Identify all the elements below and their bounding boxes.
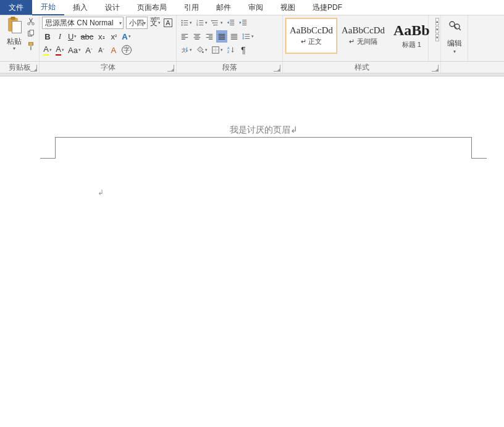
- copy-button[interactable]: [26, 29, 36, 39]
- header-rule: [55, 137, 472, 138]
- group-font: 思源黑体 CN Normal▾ 小四▾ wén文▾ A B I U▾ abc x…: [40, 15, 177, 61]
- paste-button[interactable]: 粘贴 ▾: [4, 17, 25, 51]
- paste-dropdown-icon[interactable]: ▾: [13, 46, 15, 51]
- phonetic-guide-button[interactable]: wén文▾: [149, 17, 161, 29]
- svg-rect-5: [30, 45, 32, 47]
- font-name-combo[interactable]: 思源黑体 CN Normal▾: [42, 17, 124, 29]
- clipboard-launcher[interactable]: [30, 65, 37, 72]
- header-corner-right: [471, 137, 487, 159]
- styles-launcher[interactable]: [432, 65, 439, 72]
- clear-formatting-button[interactable]: A: [108, 44, 119, 56]
- svg-point-21: [450, 22, 455, 27]
- tab-review[interactable]: 审阅: [240, 0, 272, 15]
- paragraph-mark: ↲: [98, 188, 104, 197]
- subscript-button[interactable]: x₂: [96, 30, 107, 43]
- text-direction-button[interactable]: 文▾: [179, 44, 193, 56]
- tab-insert[interactable]: 插入: [64, 0, 96, 15]
- numbering-button[interactable]: 123▾: [195, 17, 209, 29]
- svg-point-15: [214, 25, 215, 26]
- increase-indent-button[interactable]: [238, 17, 249, 29]
- borders-button[interactable]: ▾: [210, 44, 224, 56]
- tab-strip: 文件 开始 插入 设计 页面布局 引用 邮件 审阅 视图 迅捷PDF: [0, 0, 504, 15]
- align-left-button[interactable]: [179, 30, 190, 43]
- bullets-button[interactable]: ▾: [179, 17, 193, 29]
- svg-rect-3: [30, 30, 33, 35]
- style-heading1-label: 标题 1: [402, 40, 421, 49]
- svg-point-17: [202, 51, 204, 53]
- svg-rect-6: [30, 47, 32, 50]
- shading-button[interactable]: ▾: [195, 44, 209, 56]
- label-font: 字体: [40, 62, 177, 73]
- group-paragraph: ▾ 123▾ ▾ ▾ 文▾ ▾ ▾ AZ ¶: [177, 15, 283, 61]
- enclose-char-button[interactable]: 字: [120, 44, 133, 56]
- font-size-combo[interactable]: 小四▾: [126, 17, 148, 29]
- label-styles: 样式: [283, 62, 441, 73]
- group-spacer: [429, 15, 441, 61]
- text-effects-button[interactable]: A▾: [120, 30, 132, 43]
- svg-text:A: A: [227, 46, 230, 50]
- svg-point-7: [182, 20, 183, 21]
- show-marks-button[interactable]: ¶: [238, 44, 249, 56]
- group-editing: 编辑 ▾: [441, 15, 468, 61]
- svg-point-1: [32, 23, 34, 25]
- style-no-spacing-preview: AaBbCcDd: [342, 25, 385, 36]
- page-header[interactable]: 我是讨厌的页眉↲: [40, 137, 487, 158]
- tab-file[interactable]: 文件: [0, 0, 32, 15]
- svg-point-0: [27, 23, 30, 25]
- chevron-down-icon: ▾: [143, 20, 146, 26]
- tab-pdf[interactable]: 迅捷PDF: [304, 0, 351, 15]
- svg-text:3: 3: [196, 23, 198, 27]
- font-name-value: 思源黑体 CN Normal: [45, 18, 114, 28]
- document-area[interactable]: 我是讨厌的页眉↲ ↲: [0, 86, 504, 427]
- svg-text:文: 文: [182, 48, 187, 53]
- header-text[interactable]: 我是讨厌的页眉↲: [40, 125, 487, 136]
- font-launcher[interactable]: [167, 65, 174, 72]
- char-border-button[interactable]: A: [162, 17, 174, 29]
- svg-point-13: [211, 20, 212, 22]
- shrink-font-button[interactable]: Aˇ: [96, 44, 107, 56]
- underline-button[interactable]: U▾: [67, 30, 78, 43]
- group-clipboard: 粘贴 ▾: [0, 15, 40, 61]
- decrease-indent-button[interactable]: [225, 17, 237, 29]
- highlight-button[interactable]: A▾: [42, 44, 53, 56]
- svg-point-9: [182, 24, 183, 25]
- format-painter-button[interactable]: [26, 41, 36, 51]
- style-heading1-preview: AaBb: [393, 22, 430, 39]
- distribute-button[interactable]: [229, 30, 240, 43]
- tab-view[interactable]: 视图: [272, 0, 304, 15]
- label-paragraph: 段落: [177, 62, 283, 73]
- tab-home[interactable]: 开始: [32, 0, 64, 15]
- style-no-spacing[interactable]: AaBbCcDd ↵ 无间隔: [337, 18, 389, 54]
- change-case-button[interactable]: Aa▾: [67, 44, 82, 56]
- line-spacing-button[interactable]: ▾: [241, 30, 255, 43]
- paragraph-launcher[interactable]: [274, 65, 280, 72]
- sort-button[interactable]: AZ: [225, 44, 237, 56]
- group-styles: AaBbCcDd ↵ 正文 AaBbCcDd ↵ 无间隔 AaBb 标题 1 ▴…: [283, 15, 429, 61]
- strikethrough-button[interactable]: abc: [79, 30, 94, 43]
- editing-dropdown-icon[interactable]: ▾: [453, 49, 456, 54]
- paste-icon: [6, 17, 22, 35]
- multilevel-list-button[interactable]: ▾: [210, 17, 224, 29]
- cut-button[interactable]: [26, 17, 36, 27]
- italic-button[interactable]: I: [54, 30, 65, 43]
- svg-rect-4: [28, 43, 33, 45]
- find-icon[interactable]: [448, 20, 461, 35]
- tab-references[interactable]: 引用: [175, 0, 208, 15]
- font-size-value: 小四: [129, 18, 144, 28]
- tab-layout[interactable]: 页面布局: [128, 0, 175, 15]
- chevron-down-icon: ▾: [119, 20, 122, 26]
- font-color-button[interactable]: A▾: [54, 44, 65, 56]
- superscript-button[interactable]: x²: [108, 30, 119, 43]
- tab-mail[interactable]: 邮件: [208, 0, 240, 15]
- svg-text:Z: Z: [227, 50, 230, 54]
- tab-design[interactable]: 设计: [96, 0, 128, 15]
- bold-button[interactable]: B: [42, 30, 53, 43]
- grow-font-button[interactable]: Aˆ: [83, 44, 94, 56]
- style-heading1[interactable]: AaBb 标题 1: [389, 18, 434, 54]
- style-normal[interactable]: AaBbCcDd ↵ 正文: [285, 18, 337, 54]
- svg-point-22: [455, 24, 460, 29]
- align-right-button[interactable]: [204, 30, 215, 43]
- justify-button[interactable]: [216, 30, 227, 43]
- align-center-button[interactable]: [191, 30, 203, 43]
- svg-point-8: [182, 22, 183, 23]
